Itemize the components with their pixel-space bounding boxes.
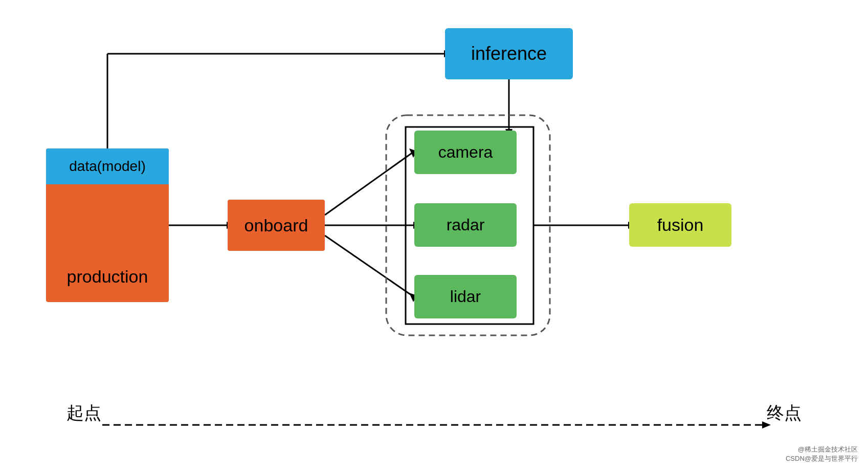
camera-label: camera xyxy=(438,143,493,162)
svg-line-7 xyxy=(325,152,413,215)
watermark-line2: CSDN@爱是与世界平行 xyxy=(786,454,858,463)
fusion-label: fusion xyxy=(657,215,704,235)
start-label: 起点 xyxy=(66,401,101,425)
lidar-label: lidar xyxy=(450,287,481,306)
svg-line-11 xyxy=(325,236,413,296)
fusion-node: fusion xyxy=(629,203,731,247)
lidar-node: lidar xyxy=(414,275,517,318)
end-label: 终点 xyxy=(767,401,802,425)
diagram-container: inference production data(model) onboard… xyxy=(0,0,868,471)
radar-label: radar xyxy=(447,216,485,234)
onboard-node: onboard xyxy=(228,200,325,251)
radar-node: radar xyxy=(414,203,517,247)
watermark: @稀土掘金技术社区 CSDN@爱是与世界平行 xyxy=(786,445,858,463)
data-model-label: data(model) xyxy=(69,158,145,175)
inference-node: inference xyxy=(445,28,573,79)
production-label: production xyxy=(67,267,148,287)
onboard-label: onboard xyxy=(244,216,308,236)
watermark-line1: @稀土掘金技术社区 xyxy=(786,445,858,454)
inference-label: inference xyxy=(471,43,547,65)
camera-node: camera xyxy=(414,131,517,174)
data-model-node: data(model) xyxy=(46,148,169,184)
